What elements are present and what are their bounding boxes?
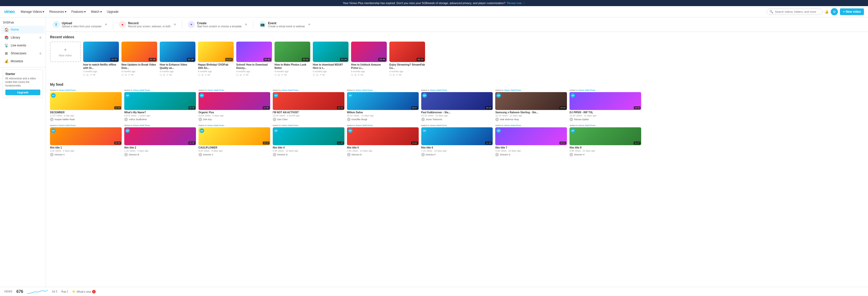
feed-duration: 00:58 [189,142,195,144]
recent-video-card[interactable]: 01:57 Happy Birthday! DVDFab 20th An... … [198,41,234,77]
feed-card[interactable]: Added to Vimeo Staff Picks SP 05:39 What… [124,89,196,121]
sidebar-item-home[interactable]: 🏠 Home [1,26,45,33]
copy-icon[interactable]: ⊙ [316,73,318,76]
chevron-down-icon: ▾ [65,10,66,13]
renew-link[interactable]: Renew now → [507,2,525,5]
feed-card[interactable]: Added to Vimeo Staff Picks SP 03:39 Paul… [421,89,493,121]
link-icon[interactable]: ↗ [128,73,130,76]
feed-card[interactable]: Added to Vimeo Staff Picks SP 09:56 film… [50,124,122,156]
share-icon[interactable]: ⬡ [389,73,392,76]
feed-views: 8.4K views · 8 days ago [198,150,270,152]
more-icon[interactable]: ••• [322,73,325,76]
feed-card[interactable]: Added to Vimeo Staff Picks SP 05:00 Sams… [495,89,567,121]
link-icon[interactable]: ↗ [205,73,207,76]
recent-video-card[interactable]: 02:92 how to watch Netflix offline with … [83,41,119,77]
feed-thumbnail: SP 22:30 [50,92,122,110]
share-icon[interactable]: ⬡ [236,73,239,76]
new-video-card[interactable]: + New video [50,41,81,62]
link-icon[interactable]: ↗ [166,73,168,76]
recent-video-card[interactable]: 02:29 New Updates to Break Video Dow... … [121,41,157,77]
notification-icon[interactable]: 🔔 [825,10,829,13]
link-icon[interactable]: ↗ [396,73,398,76]
link-icon[interactable]: ↗ [358,73,360,76]
feed-card[interactable]: Added to Vimeo Staff Picks SP 05:07 Will… [347,89,419,121]
copy-icon[interactable]: ⊙ [201,73,203,76]
feed-card[interactable]: Added to Vimeo Staff Picks SP 14:02 film… [347,124,419,156]
link-icon[interactable]: ↗ [90,73,92,76]
sidebar-upgrade-button[interactable]: Upgrade [5,90,40,95]
sidebar-item-library[interactable]: 📚 Library ⚙ [1,34,45,41]
qa-create[interactable]: ✦ Create Start from scratch or choose a … [185,20,250,30]
search-input[interactable] [775,10,820,13]
copy-icon[interactable]: ⊙ [163,73,165,76]
video-title: How to Make Photos Look Better [275,63,310,70]
feed-card[interactable]: Added to Vimeo Staff Picks SP 11:29 film… [273,124,344,156]
feed-card[interactable]: Added to Vimeo Staff Picks SP 10:18 I'M … [273,89,344,121]
copy-icon[interactable]: ⊙ [240,73,242,76]
avatar[interactable]: D [831,8,838,15]
nav-watch[interactable]: Watch ▾ [89,9,104,14]
more-icon[interactable]: ••• [93,73,95,76]
more-icon[interactable]: ••• [131,73,134,76]
author-avatar: D [198,118,202,121]
copy-icon[interactable]: ⊙ [278,73,280,76]
share-icon[interactable]: ⬡ [121,73,124,76]
feed-card[interactable]: Added to Vimeo Staff Picks SP 05:29 CAUL… [198,124,270,156]
sidebar-item-showcases[interactable]: ⊞ Showcases ⚙ [1,50,45,57]
more-icon[interactable]: ••• [208,73,210,76]
nav-features[interactable]: Features ▾ [69,9,88,14]
share-icon[interactable]: ⬡ [275,73,277,76]
search-bar[interactable]: 🔍 [767,9,823,15]
sidebar-item-live-events[interactable]: 📡 Live events [1,41,45,49]
copy-icon[interactable]: ⊙ [87,73,89,76]
more-icon[interactable]: ••• [399,73,402,76]
author-avatar: R [569,118,573,121]
feed-card[interactable]: Added to Vimeo Staff Picks SP 00:51 film… [495,124,567,156]
copy-icon[interactable]: ⊙ [354,73,356,76]
qa-upload[interactable]: ⬆ Upload Upload a video from your comput… [50,20,110,30]
recent-video-card[interactable]: 02:42 How to Make Photos Look Better 9 m… [275,41,310,77]
new-video-button[interactable]: + New video [840,8,864,15]
link-icon[interactable]: ↗ [281,73,283,76]
video-duration: 02:34 [340,58,347,61]
more-icon[interactable]: ••• [169,73,172,76]
link-icon[interactable]: ↗ [319,73,321,76]
copy-icon[interactable]: ⊙ [393,73,395,76]
video-duration: 02:42 [302,58,309,61]
feed-author: D Director G [495,153,567,156]
feed-views: 15.1K views · 16 days ago [421,114,493,117]
library-icon: 📚 [4,35,9,39]
share-icon[interactable]: ⬡ [83,73,86,76]
nav-resources[interactable]: Resources ▾ [47,9,68,14]
sidebar-item-monetize[interactable]: 💰 Monetize [1,57,45,65]
recent-video-card[interactable]: 02:38 How to Enhance Video Quality an...… [160,41,195,77]
recent-video-card[interactable]: 02:34 How to download M3U8? Here is t...… [313,41,348,77]
nav-right: 🔍 🔔 D + New video [767,8,864,15]
share-icon[interactable]: ⬡ [313,73,315,76]
copy-icon[interactable]: ⊙ [125,73,127,76]
feed-card[interactable]: Added to Vimeo Staff Picks SP 01:58 Orga… [198,89,270,121]
feed-card[interactable]: Added to Vimeo Staff Picks SP 00:58 film… [124,124,196,156]
nav-manage-videos[interactable]: Manage Videos ▾ [19,9,46,14]
link-icon[interactable]: ↗ [243,73,245,76]
recent-video-card[interactable]: 03:44 How to Unblock Amazon Prime Li... … [351,41,387,77]
feed-thumbnail: SP 05:39 [124,92,196,110]
recent-video-card[interactable]: 02:42 Solved! How to Download Disney... … [236,41,272,77]
more-icon[interactable]: ••• [246,73,249,76]
feed-views: 28.1K views · 12 days ago [347,114,419,117]
share-icon[interactable]: ⬡ [160,73,162,76]
nav-upgrade[interactable]: Upgrade [105,9,121,14]
share-icon[interactable]: ⬡ [198,73,200,76]
staff-picks-badge: SP [348,93,352,98]
share-icon[interactable]: ⬡ [351,73,353,76]
qa-record[interactable]: ● Record Record your screen, webcam, or … [116,20,179,30]
whats-new-button[interactable]: ⭐ What's new 1 [72,290,96,293]
recent-video-card[interactable]: 03:13 Enjoy Streaming? StreamFab Co... 9… [389,41,425,77]
feed-card[interactable]: Added to Vimeo Staff Picks SP 01:27 film… [569,124,641,156]
more-icon[interactable]: ••• [284,73,287,76]
feed-card[interactable]: Added to Vimeo Staff Picks SP 03:30 DJ P… [569,89,641,121]
feed-card[interactable]: Added to Vimeo Staff Picks SP 11:33 film… [421,124,493,156]
feed-card[interactable]: Added to Vimeo Staff Picks SP 22:30 DECE… [50,89,122,121]
qa-event[interactable]: 📺 Event Create a virtual event or webina… [256,20,313,30]
more-icon[interactable]: ••• [361,73,363,76]
